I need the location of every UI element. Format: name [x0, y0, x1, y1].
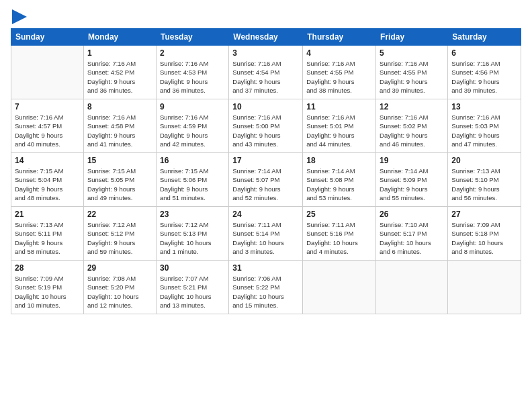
day-info: Sunrise: 7:11 AM Sunset: 5:14 PM Dayligh…: [232, 220, 299, 256]
day-info: Sunrise: 7:12 AM Sunset: 5:12 PM Dayligh…: [87, 220, 152, 256]
day-number: 9: [160, 102, 225, 111]
day-info: Sunrise: 7:10 AM Sunset: 5:17 PM Dayligh…: [380, 220, 444, 256]
calendar-cell: 16Sunrise: 7:15 AM Sunset: 5:06 PM Dayli…: [156, 153, 228, 207]
calendar-cell: 14Sunrise: 7:15 AM Sunset: 5:04 PM Dayli…: [11, 153, 84, 207]
calendar-cell: 17Sunrise: 7:14 AM Sunset: 5:07 PM Dayli…: [229, 153, 303, 207]
day-number: 13: [451, 102, 517, 111]
day-info: Sunrise: 7:14 AM Sunset: 5:07 PM Dayligh…: [232, 167, 299, 202]
calendar-cell: [303, 261, 376, 314]
day-info: Sunrise: 7:12 AM Sunset: 5:13 PM Dayligh…: [160, 220, 225, 256]
day-info: Sunrise: 7:16 AM Sunset: 4:53 PM Dayligh…: [160, 59, 225, 95]
day-info: Sunrise: 7:15 AM Sunset: 5:05 PM Dayligh…: [87, 167, 152, 202]
day-info: Sunrise: 7:16 AM Sunset: 5:03 PM Dayligh…: [451, 113, 517, 148]
calendar-cell: 12Sunrise: 7:16 AM Sunset: 5:02 PM Dayli…: [376, 99, 448, 153]
calendar-cell: 3Sunrise: 7:16 AM Sunset: 4:54 PM Daylig…: [229, 46, 303, 99]
column-header-friday: Friday: [376, 29, 448, 46]
day-number: 26: [380, 210, 444, 219]
day-number: 29: [87, 263, 152, 273]
day-number: 19: [380, 156, 444, 165]
calendar-cell: 5Sunrise: 7:16 AM Sunset: 4:55 PM Daylig…: [376, 46, 448, 99]
day-number: 15: [87, 156, 152, 165]
calendar-cell: 18Sunrise: 7:14 AM Sunset: 5:08 PM Dayli…: [303, 153, 376, 207]
calendar-cell: 20Sunrise: 7:13 AM Sunset: 5:10 PM Dayli…: [448, 153, 521, 207]
calendar-cell: 7Sunrise: 7:16 AM Sunset: 4:57 PM Daylig…: [11, 99, 84, 153]
calendar-cell: 29Sunrise: 7:08 AM Sunset: 5:20 PM Dayli…: [83, 261, 156, 314]
day-info: Sunrise: 7:16 AM Sunset: 4:54 PM Dayligh…: [232, 59, 299, 95]
calendar-cell: 9Sunrise: 7:16 AM Sunset: 4:59 PM Daylig…: [156, 99, 228, 153]
day-number: 12: [380, 102, 444, 111]
day-info: Sunrise: 7:14 AM Sunset: 5:08 PM Dayligh…: [306, 167, 372, 202]
day-info: Sunrise: 7:09 AM Sunset: 5:18 PM Dayligh…: [451, 220, 517, 256]
page-header: [11, 11, 521, 21]
calendar-cell: 2Sunrise: 7:16 AM Sunset: 4:53 PM Daylig…: [156, 46, 228, 99]
logo: [11, 11, 27, 21]
calendar-cell: 21Sunrise: 7:13 AM Sunset: 5:11 PM Dayli…: [11, 207, 84, 261]
calendar-cell: 30Sunrise: 7:07 AM Sunset: 5:21 PM Dayli…: [156, 261, 228, 314]
day-number: 8: [87, 102, 152, 111]
column-header-tuesday: Tuesday: [156, 29, 228, 46]
day-number: 11: [306, 102, 372, 111]
calendar-week-row: 28Sunrise: 7:09 AM Sunset: 5:19 PM Dayli…: [11, 261, 521, 314]
day-number: 21: [15, 210, 80, 219]
day-info: Sunrise: 7:16 AM Sunset: 5:02 PM Dayligh…: [380, 113, 444, 148]
calendar-cell: 4Sunrise: 7:16 AM Sunset: 4:55 PM Daylig…: [303, 46, 376, 99]
calendar-cell: 8Sunrise: 7:16 AM Sunset: 4:58 PM Daylig…: [83, 99, 156, 153]
day-number: 4: [306, 48, 372, 58]
calendar-cell: 27Sunrise: 7:09 AM Sunset: 5:18 PM Dayli…: [448, 207, 521, 261]
calendar-cell: 13Sunrise: 7:16 AM Sunset: 5:03 PM Dayli…: [448, 99, 521, 153]
column-header-monday: Monday: [83, 29, 156, 46]
logo-arrow-icon: [12, 9, 27, 24]
calendar-cell: [11, 46, 84, 99]
day-number: 6: [451, 48, 517, 58]
day-number: 14: [15, 156, 80, 165]
day-info: Sunrise: 7:15 AM Sunset: 5:06 PM Dayligh…: [160, 167, 225, 202]
calendar-week-row: 21Sunrise: 7:13 AM Sunset: 5:11 PM Dayli…: [11, 207, 521, 261]
day-info: Sunrise: 7:09 AM Sunset: 5:19 PM Dayligh…: [15, 274, 80, 310]
day-info: Sunrise: 7:15 AM Sunset: 5:04 PM Dayligh…: [15, 167, 80, 202]
day-info: Sunrise: 7:16 AM Sunset: 4:57 PM Dayligh…: [15, 113, 80, 148]
day-number: 22: [87, 210, 152, 219]
calendar-week-row: 7Sunrise: 7:16 AM Sunset: 4:57 PM Daylig…: [11, 99, 521, 153]
day-info: Sunrise: 7:16 AM Sunset: 4:59 PM Dayligh…: [160, 113, 225, 148]
svg-marker-0: [12, 9, 27, 24]
day-number: 20: [451, 156, 517, 165]
day-info: Sunrise: 7:16 AM Sunset: 4:56 PM Dayligh…: [451, 59, 517, 95]
calendar-cell: 25Sunrise: 7:11 AM Sunset: 5:16 PM Dayli…: [303, 207, 376, 261]
calendar-table: SundayMondayTuesdayWednesdayThursdayFrid…: [11, 28, 521, 314]
day-number: 16: [160, 156, 225, 165]
calendar-cell: [448, 261, 521, 314]
day-info: Sunrise: 7:08 AM Sunset: 5:20 PM Dayligh…: [87, 274, 152, 310]
day-number: 10: [232, 102, 299, 111]
day-info: Sunrise: 7:16 AM Sunset: 5:00 PM Dayligh…: [232, 113, 299, 148]
column-header-sunday: Sunday: [11, 29, 84, 46]
calendar-cell: 1Sunrise: 7:16 AM Sunset: 4:52 PM Daylig…: [83, 46, 156, 99]
day-info: Sunrise: 7:16 AM Sunset: 5:01 PM Dayligh…: [306, 113, 372, 148]
day-number: 1: [87, 48, 152, 58]
day-info: Sunrise: 7:16 AM Sunset: 4:58 PM Dayligh…: [87, 113, 152, 148]
day-info: Sunrise: 7:13 AM Sunset: 5:10 PM Dayligh…: [451, 167, 517, 202]
day-number: 7: [15, 102, 80, 111]
calendar-cell: 6Sunrise: 7:16 AM Sunset: 4:56 PM Daylig…: [448, 46, 521, 99]
calendar-week-row: 1Sunrise: 7:16 AM Sunset: 4:52 PM Daylig…: [11, 46, 521, 99]
day-number: 5: [380, 48, 444, 58]
day-number: 17: [232, 156, 299, 165]
day-number: 27: [451, 210, 517, 219]
calendar-week-row: 14Sunrise: 7:15 AM Sunset: 5:04 PM Dayli…: [11, 153, 521, 207]
page-container: SundayMondayTuesdayWednesdayThursdayFrid…: [0, 0, 532, 320]
calendar-cell: [376, 261, 448, 314]
calendar-cell: 19Sunrise: 7:14 AM Sunset: 5:09 PM Dayli…: [376, 153, 448, 207]
calendar-cell: 22Sunrise: 7:12 AM Sunset: 5:12 PM Dayli…: [83, 207, 156, 261]
day-number: 23: [160, 210, 225, 219]
column-header-thursday: Thursday: [303, 29, 376, 46]
day-info: Sunrise: 7:16 AM Sunset: 4:55 PM Dayligh…: [306, 59, 372, 95]
day-info: Sunrise: 7:11 AM Sunset: 5:16 PM Dayligh…: [306, 220, 372, 256]
day-info: Sunrise: 7:16 AM Sunset: 4:52 PM Dayligh…: [87, 59, 152, 95]
calendar-cell: 31Sunrise: 7:06 AM Sunset: 5:22 PM Dayli…: [229, 261, 303, 314]
day-number: 24: [232, 210, 299, 219]
day-number: 3: [232, 48, 299, 58]
day-info: Sunrise: 7:06 AM Sunset: 5:22 PM Dayligh…: [232, 274, 299, 310]
day-number: 28: [15, 263, 80, 273]
day-number: 2: [160, 48, 225, 58]
calendar-cell: 28Sunrise: 7:09 AM Sunset: 5:19 PM Dayli…: [11, 261, 84, 314]
column-header-saturday: Saturday: [448, 29, 521, 46]
